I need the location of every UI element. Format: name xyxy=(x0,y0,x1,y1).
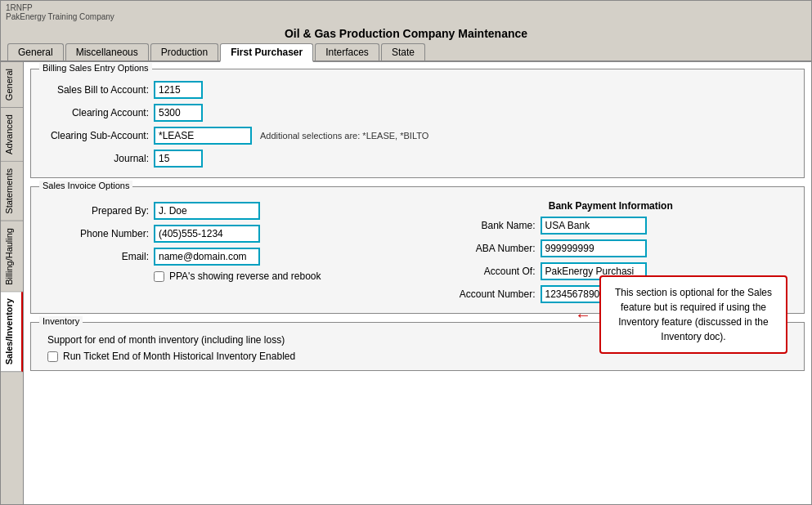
phone-number-label: Phone Number: xyxy=(39,228,154,239)
side-tab-advanced[interactable]: Advanced xyxy=(1,108,23,162)
clearing-account-row: Clearing Account: xyxy=(39,104,796,122)
title-bar: 1RNFP PakEnergy Training Company xyxy=(1,1,811,24)
clearing-sub-account-hint: Additional selections are: *LEASE, *BILT… xyxy=(260,131,428,141)
ppa-checkbox-label: PPA's showing reverse and rebook xyxy=(169,270,321,282)
clearing-sub-account-row: Clearing Sub-Account: Additional selecti… xyxy=(39,127,796,145)
main-window: 1RNFP PakEnergy Training Company Oil & G… xyxy=(0,0,812,505)
billing-section-title: Billing Sales Entry Options xyxy=(39,63,152,73)
invoice-section-title: Sales Invoice Options xyxy=(39,181,132,190)
sales-bill-to-account-row: Sales Bill to Account: xyxy=(39,81,796,99)
email-row: Email: xyxy=(39,248,410,266)
side-tab-general[interactable]: General xyxy=(1,62,23,108)
clearing-account-input[interactable] xyxy=(154,104,203,122)
aba-number-input[interactable] xyxy=(541,239,647,257)
bank-name-row: Bank Name: xyxy=(426,217,796,235)
callout-box: ← This section is optional for the Sales… xyxy=(599,275,787,354)
phone-number-row: Phone Number: xyxy=(39,225,410,243)
inventory-section-title: Inventory xyxy=(39,316,83,326)
account-number-label: Account Number: xyxy=(426,288,541,300)
run-ticket-checkbox-label: Run Ticket End of Month Historical Inven… xyxy=(63,351,295,362)
billing-section: Billing Sales Entry Options Sales Bill t… xyxy=(30,69,805,178)
side-tab-billing-hauling[interactable]: Billing/Hauling xyxy=(1,221,23,293)
journal-row: Journal: xyxy=(39,150,796,168)
prepared-by-row: Prepared By: xyxy=(39,202,410,220)
journal-label: Journal: xyxy=(39,153,154,164)
company-name: PakEnergy Training Company xyxy=(6,12,806,21)
bank-header: Bank Payment Information xyxy=(426,200,796,212)
callout-text: This section is optional for the Sales f… xyxy=(615,287,772,342)
aba-number-row: ABA Number: xyxy=(426,239,796,257)
clearing-account-label: Clearing Account: xyxy=(39,107,154,118)
email-label: Email: xyxy=(39,251,154,262)
sales-bill-input[interactable] xyxy=(154,81,203,99)
app-id: 1RNFP xyxy=(6,3,806,12)
run-ticket-checkbox[interactable] xyxy=(47,351,58,362)
content-area: General Advanced Statements Billing/Haul… xyxy=(1,62,811,504)
tab-general[interactable]: General xyxy=(7,43,64,60)
phone-number-input[interactable] xyxy=(154,225,260,243)
email-input[interactable] xyxy=(154,248,260,266)
tab-interfaces[interactable]: Interfaces xyxy=(315,43,379,60)
bank-name-label: Bank Name: xyxy=(426,220,541,231)
side-tabs: General Advanced Statements Billing/Haul… xyxy=(1,62,24,504)
side-tab-statements[interactable]: Statements xyxy=(1,162,23,221)
tab-state[interactable]: State xyxy=(381,43,425,60)
ppa-checkbox[interactable] xyxy=(154,271,164,282)
aba-number-label: ABA Number: xyxy=(426,243,541,254)
ppa-checkbox-row: PPA's showing reverse and rebook xyxy=(154,270,410,282)
main-content: Billing Sales Entry Options Sales Bill t… xyxy=(24,62,811,504)
clearing-sub-account-label: Clearing Sub-Account: xyxy=(39,130,154,141)
inventory-section: Inventory Support for end of month inven… xyxy=(30,322,805,371)
tab-first-purchaser[interactable]: First Purchaser xyxy=(220,43,313,62)
tab-production[interactable]: Production xyxy=(150,43,218,60)
tab-bar: General Miscellaneous Production First P… xyxy=(1,43,811,62)
callout-arrow: ← xyxy=(575,302,591,327)
tab-miscellaneous[interactable]: Miscellaneous xyxy=(65,43,149,60)
prepared-by-input[interactable] xyxy=(154,202,260,220)
sales-bill-label: Sales Bill to Account: xyxy=(39,84,154,96)
main-title: Oil & Gas Production Company Maintenance xyxy=(1,24,811,43)
invoice-left-col: Prepared By: Phone Number: Email: xyxy=(39,199,410,308)
clearing-sub-account-input[interactable] xyxy=(154,127,252,145)
prepared-by-label: Prepared By: xyxy=(39,205,154,217)
bank-name-input[interactable] xyxy=(541,217,647,235)
journal-input[interactable] xyxy=(154,150,203,168)
account-of-label: Account Of: xyxy=(426,266,541,277)
side-tab-sales-inventory[interactable]: Sales/Inventory xyxy=(1,292,23,372)
